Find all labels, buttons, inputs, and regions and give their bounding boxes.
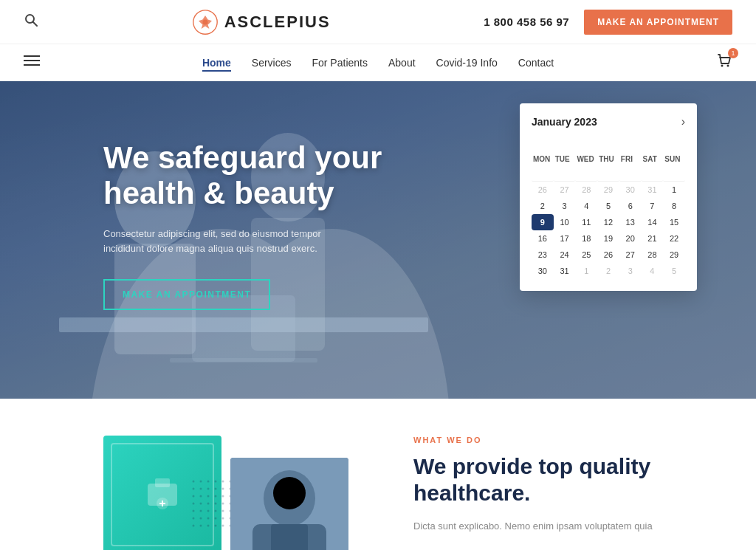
cal-day[interactable]: 21 xyxy=(642,230,664,247)
cal-day[interactable]: 26 xyxy=(597,247,619,263)
calendar-days-header: MON TUE WED THU FRI SAT SUN xyxy=(532,137,685,182)
phone-number: 1 800 458 56 97 xyxy=(484,16,569,28)
hero-cta-button[interactable]: MAKE AN APPOINTMENT xyxy=(103,279,270,310)
calendar-week-2: 2 3 4 5 6 7 8 xyxy=(532,198,685,214)
cal-day[interactable]: 13 xyxy=(619,214,642,230)
nav-item-services[interactable]: Services xyxy=(252,56,292,69)
logo-text: ASCLEPIUS xyxy=(224,13,331,32)
cal-day[interactable]: 30 xyxy=(532,263,554,279)
calendar-week-1: 26 27 28 29 30 31 1 xyxy=(532,182,685,198)
bottom-text: WHAT WE DO We provide top quality health… xyxy=(413,436,653,534)
cal-day[interactable]: 2 xyxy=(597,263,619,279)
cal-day[interactable]: 10 xyxy=(554,214,576,230)
cal-day[interactable]: 11 xyxy=(575,214,597,230)
svg-point-3 xyxy=(202,19,207,24)
logo-icon xyxy=(192,9,219,35)
doctor-portrait-svg xyxy=(230,458,348,550)
svg-point-8 xyxy=(726,65,729,67)
nav-item-about[interactable]: About xyxy=(388,56,416,69)
calendar-week-6: 30 31 1 2 3 4 5 xyxy=(532,263,685,279)
calendar-next-button[interactable]: › xyxy=(681,115,685,128)
nav-item-covid[interactable]: Covid-19 Info xyxy=(436,56,498,69)
cal-day[interactable]: 28 xyxy=(575,182,597,198)
calendar-week-4: 16 17 18 19 20 21 22 xyxy=(532,230,685,247)
cal-day[interactable]: 8 xyxy=(663,198,685,214)
calendar-week-3: 9 10 11 12 13 14 15 xyxy=(532,214,685,230)
what-we-do-section: WHAT WE DO We provide top quality health… xyxy=(0,399,756,550)
cal-header-mon: MON xyxy=(532,137,554,182)
cal-day[interactable]: 31 xyxy=(642,182,664,198)
cal-day[interactable]: 3 xyxy=(554,198,576,214)
cart-badge: 1 xyxy=(728,48,738,58)
cal-day[interactable]: 22 xyxy=(663,230,685,247)
nav-item-for-patients[interactable]: For Patients xyxy=(312,56,367,69)
svg-point-20 xyxy=(157,498,168,509)
cal-header-sun: SUN xyxy=(663,137,685,182)
cal-day[interactable]: 14 xyxy=(642,214,664,230)
cal-day[interactable]: 1 xyxy=(575,263,597,279)
cal-day[interactable]: 29 xyxy=(663,247,685,263)
cal-day[interactable]: 6 xyxy=(619,198,642,214)
calendar-card: January 2023 › MON TUE WED THU FRI SAT S… xyxy=(520,103,697,291)
hero-subtitle: Consectetur adipiscing elit, sed do eius… xyxy=(103,227,354,258)
svg-rect-18 xyxy=(148,484,177,506)
cal-day[interactable]: 18 xyxy=(575,230,597,247)
cal-day[interactable]: 17 xyxy=(554,230,576,247)
hero-title: We safeguard your health & beauty xyxy=(103,140,399,212)
cal-day[interactable]: 24 xyxy=(554,247,576,263)
cal-day[interactable]: 20 xyxy=(619,230,642,247)
cal-day[interactable]: 15 xyxy=(663,214,685,230)
cal-day[interactable]: 31 xyxy=(554,263,576,279)
svg-rect-28 xyxy=(271,524,308,550)
cal-day[interactable]: 4 xyxy=(642,263,664,279)
cal-day[interactable]: 29 xyxy=(597,182,619,198)
calendar-header: January 2023 › xyxy=(532,115,685,128)
cal-day[interactable]: 25 xyxy=(575,247,597,263)
cal-header-sat: SAT xyxy=(642,137,664,182)
cal-day[interactable]: 1 xyxy=(663,182,685,198)
cal-day[interactable]: 19 xyxy=(597,230,619,247)
hero-section: We safeguard your health & beauty Consec… xyxy=(0,81,756,399)
nav-links: Home Services For Patients About Covid-1… xyxy=(202,56,554,69)
search-icon[interactable] xyxy=(24,13,38,31)
cal-header-fri: FRI xyxy=(619,137,642,182)
cal-day[interactable]: 4 xyxy=(575,198,597,214)
cal-header-thu: THU xyxy=(597,137,619,182)
medical-items-icon xyxy=(133,465,192,524)
cal-day[interactable]: 26 xyxy=(532,182,554,198)
bottom-images xyxy=(103,436,354,550)
svg-rect-17 xyxy=(170,358,317,362)
cal-day-selected[interactable]: 9 xyxy=(532,214,554,230)
calendar-month-title: January 2023 xyxy=(532,116,597,128)
cal-day[interactable]: 23 xyxy=(532,247,554,263)
nav-item-contact[interactable]: Contact xyxy=(518,56,554,69)
cart-icon[interactable]: 1 xyxy=(716,52,732,72)
site-header: ASCLEPIUS 1 800 458 56 97 MAKE AN APPOIN… xyxy=(0,0,756,44)
main-nav: Home Services For Patients About Covid-1… xyxy=(0,44,756,81)
cal-header-wed: WED xyxy=(575,137,597,182)
hero-content: We safeguard your health & beauty Consec… xyxy=(103,140,399,310)
hamburger-icon[interactable] xyxy=(24,55,40,70)
cal-day[interactable]: 27 xyxy=(619,247,642,263)
cal-day[interactable]: 28 xyxy=(642,247,664,263)
cal-day[interactable]: 7 xyxy=(642,198,664,214)
site-logo: ASCLEPIUS xyxy=(192,9,331,35)
section-description: Dicta sunt explicabo. Nemo enim ipsam vo… xyxy=(413,518,653,534)
calendar-grid: MON TUE WED THU FRI SAT SUN 26 27 28 29 … xyxy=(532,137,685,279)
section-title: We provide top quality healthcare. xyxy=(413,453,653,506)
svg-point-29 xyxy=(273,477,306,509)
cal-day[interactable]: 5 xyxy=(663,263,685,279)
cal-day[interactable]: 2 xyxy=(532,198,554,214)
cal-day[interactable]: 16 xyxy=(532,230,554,247)
calendar-week-5: 23 24 25 26 27 28 29 xyxy=(532,247,685,263)
section-label: WHAT WE DO xyxy=(413,436,653,444)
nav-item-home[interactable]: Home xyxy=(202,56,231,69)
cal-day[interactable]: 27 xyxy=(554,182,576,198)
cal-day[interactable]: 5 xyxy=(597,198,619,214)
doctor-portrait-image xyxy=(230,458,348,550)
cal-day[interactable]: 3 xyxy=(619,263,642,279)
cal-day[interactable]: 30 xyxy=(619,182,642,198)
header-appointment-button[interactable]: MAKE AN APPOINTMENT xyxy=(584,10,732,35)
cal-header-tue: TUE xyxy=(554,137,576,182)
cal-day[interactable]: 12 xyxy=(597,214,619,230)
